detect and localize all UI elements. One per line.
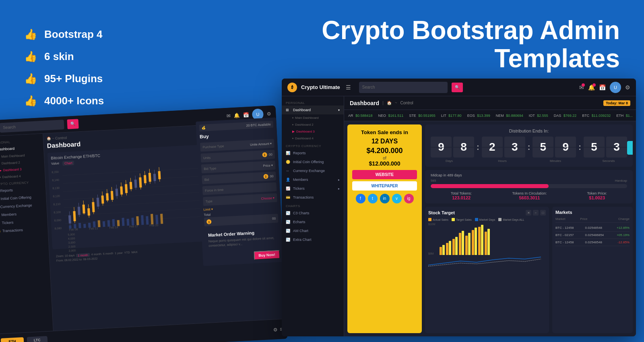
type-field[interactable]: Type Choose ▾ xyxy=(203,193,277,206)
breadcrumb-arrow: ~ xyxy=(395,101,397,105)
sidebar-echarts[interactable]: 📉 Echarts xyxy=(282,218,344,226)
vimeo-icon[interactable]: v xyxy=(392,194,402,203)
close-ctrl[interactable]: ✕ xyxy=(526,210,531,216)
zoom-label: Zoom: 10 days xyxy=(56,254,75,258)
legend-all-label: Market Days ALL xyxy=(503,218,524,221)
sidebar-reports[interactable]: 📊 Reports xyxy=(282,149,344,158)
bell-icon[interactable]: 🔔 xyxy=(233,112,240,118)
zoom-1y[interactable]: 1 year xyxy=(115,251,123,255)
calendar-icon[interactable]: 📅 xyxy=(243,112,249,118)
sidebar-tickers[interactable]: 📈 Tickers ▸ xyxy=(282,184,344,193)
vol-label-4: 2,500 xyxy=(68,245,76,248)
sidebar-members[interactable]: 👤 Members ▸ xyxy=(282,175,344,184)
buy-now-button[interactable]: Buy Now! xyxy=(254,250,281,260)
ltc-badge[interactable]: LTC Litecoin xyxy=(27,336,47,342)
bid-field[interactable]: Bid ₿ 00 xyxy=(202,172,276,184)
zoom-1m[interactable]: 1 month xyxy=(76,253,90,257)
countdown-d1: 9 xyxy=(431,137,452,158)
search-button-left[interactable]: 🔍 xyxy=(67,119,78,129)
main-title: Crypto Bootstrap Admin Templates xyxy=(290,16,620,73)
total-tokens-val: 123.0122 xyxy=(451,195,472,200)
y-label-5: 8,110 xyxy=(53,202,60,205)
db-right-body: PERSONAL ⊞ Dashboard ▾ Main Dashboard Da… xyxy=(282,96,636,336)
purchase-type-value: Unite Amount ▾ xyxy=(250,142,272,147)
thumbs-up-icon-2: 👍 xyxy=(24,50,37,63)
bell-notif[interactable]: 🔔 xyxy=(588,84,595,91)
sidebar-ico[interactable]: 🪙 Initial Coin Offering xyxy=(282,158,344,166)
total-tokens-label: Total Tokens: xyxy=(451,191,472,195)
units-field[interactable]: Units ₿ 00 xyxy=(200,150,275,163)
market-row-2[interactable]: BTC - 02157 0.025486854 +05.19% xyxy=(555,232,630,239)
zoom-6m[interactable]: 6 month xyxy=(103,252,114,256)
search-placeholder-right: Search xyxy=(362,85,444,89)
progress-right-label: Hardcap xyxy=(615,179,627,182)
website-button[interactable]: WEBSITE xyxy=(352,170,417,179)
token-price-stat: Token Price: $1.0023 xyxy=(587,191,607,200)
main-title-area: Crypto Bootstrap Admin Templates xyxy=(290,16,620,73)
sub-dashboard-4[interactable]: Dashboard 4 xyxy=(282,135,344,142)
chart-tab-chart[interactable]: Chart xyxy=(62,161,74,166)
hamburger-right-icon[interactable]: ☰ xyxy=(346,84,351,91)
breadcrumb-page-title: Dashboard xyxy=(350,100,379,106)
circulation-stat: Tokens In Circulation: 5603.3011 xyxy=(512,191,547,200)
sidebar-dashboard-right[interactable]: ⊞ Dashboard ▾ xyxy=(282,106,344,114)
sidebar-transactions[interactable]: 💳 Transactions xyxy=(282,193,344,202)
avatar-right[interactable]: U xyxy=(610,82,621,93)
sidebar-c3[interactable]: 📉 C3 Charts xyxy=(282,209,344,218)
bar-actual-4 xyxy=(459,233,461,255)
tickers-arrow: ▸ xyxy=(338,187,340,191)
mail-icon[interactable]: ✉ xyxy=(226,113,231,119)
vol-label-5: 2,000 xyxy=(68,249,76,252)
svg-text:Feb 20: Feb 20 xyxy=(149,224,158,227)
market-row-3[interactable]: BTC - 12458 0.02548548 -12.85% xyxy=(555,239,630,246)
settings-icon-bottom[interactable]: ⚙ xyxy=(273,327,278,333)
sidebar-currency-exchange[interactable]: ↔ Currency Exchange xyxy=(282,166,344,175)
sub-dashboard-3[interactable]: ▶ Dashboard 3 xyxy=(282,128,344,135)
market-row-1[interactable]: BTC - 12458 0.02548548 +12.85% xyxy=(555,224,630,232)
gear-icon[interactable]: ⚙ xyxy=(266,111,271,117)
feature-icons: 👍 4000+ Icons xyxy=(24,95,250,107)
twitter-icon[interactable]: t xyxy=(368,194,378,203)
sub-dashboard-2[interactable]: Dashboard 2 xyxy=(282,121,344,128)
force-time-field[interactable]: Force in time xyxy=(202,182,277,195)
ticker-lit: LIT $177.80 xyxy=(441,114,462,118)
ico-nav-icon: 🪙 xyxy=(286,160,291,164)
zoom-4m[interactable]: 4 month xyxy=(91,253,101,257)
whitepaper-button[interactable]: WHITEPAPER xyxy=(352,181,417,191)
bitcoin-icon-2: ₿ xyxy=(263,174,268,179)
sidebar-amchart[interactable]: 📉 AM Chart xyxy=(282,226,344,235)
progress-bar-outer xyxy=(431,184,627,188)
search-button-right[interactable]: 🔍 xyxy=(452,83,463,92)
linkedin-icon[interactable]: in xyxy=(380,194,390,203)
max-ctrl[interactable]: □ xyxy=(540,210,546,216)
svg-text:Feb 08: Feb 08 xyxy=(69,228,78,231)
exchange-nav-icon: ↔ xyxy=(286,169,291,173)
zoom-max[interactable]: MAX xyxy=(131,251,138,255)
calendar-icon-right[interactable]: 📅 xyxy=(599,84,606,91)
mail-notif[interactable]: ✉ xyxy=(579,84,584,91)
warning-text: Neque porro quisquam est qui dolore sit … xyxy=(208,236,276,248)
sidebar-extrachart[interactable]: 📉 Extra Chart xyxy=(282,235,344,244)
svg-rect-63 xyxy=(146,216,149,224)
buy-tokens-button[interactable]: BUY TOKENS xyxy=(627,141,633,155)
zoom-ytd[interactable]: YTD xyxy=(124,251,130,255)
crypto-name: Crypto Ultimate xyxy=(301,84,340,90)
instagram-icon[interactable]: ig xyxy=(404,194,414,203)
y-8m: $8M xyxy=(428,252,436,255)
y-axis: $10M $8M xyxy=(428,223,436,255)
legend-dot-market xyxy=(475,218,478,221)
eth-badge[interactable]: ETH Ethereum xyxy=(1,337,24,342)
facebook-icon[interactable]: f xyxy=(356,194,365,203)
bid-type-field[interactable]: Bid Type Price ▾ xyxy=(201,161,276,174)
svg-rect-49 xyxy=(78,223,81,228)
legend-dot-actual xyxy=(428,218,431,221)
search-bar-right[interactable]: Search xyxy=(359,82,448,93)
gear-icon-right[interactable]: ⚙ xyxy=(625,84,630,91)
bar-actual-3 xyxy=(452,239,455,255)
ticker-ste: STE $0.551955 xyxy=(409,114,436,118)
thumbs-up-icon-4: 👍 xyxy=(24,95,37,107)
sub-main-dashboard[interactable]: Main Dashboard xyxy=(282,114,344,121)
min-ctrl[interactable]: − xyxy=(533,210,539,216)
purchase-type-field[interactable]: Purchase Type Unite Amount ▾ xyxy=(200,139,275,152)
feature-bootstrap: 👍 Bootstrap 4 xyxy=(24,28,250,41)
